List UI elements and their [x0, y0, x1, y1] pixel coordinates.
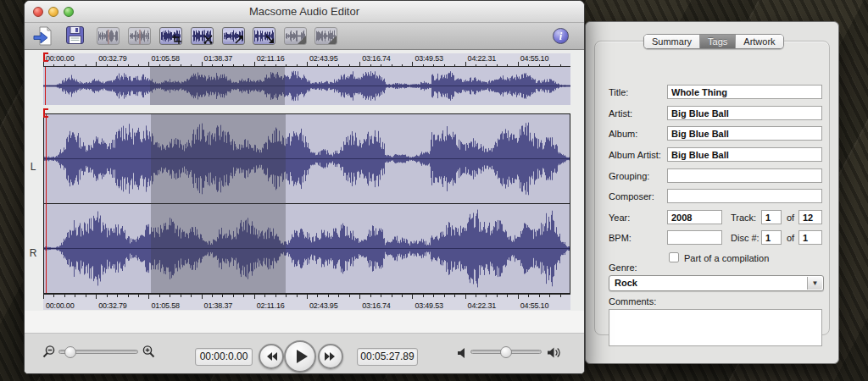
minor-tick [476, 64, 476, 67]
minor-tick [170, 295, 170, 297]
right-channel-label: R [25, 247, 42, 259]
timeline-tick-label: 02:43.95 [309, 301, 337, 310]
minor-tick [264, 295, 265, 297]
cut-selection-button[interactable] [191, 27, 214, 45]
bpm-field[interactable] [667, 230, 722, 245]
major-tick [359, 295, 360, 299]
title-bar[interactable]: Macsome Audio Editor [25, 1, 584, 23]
shrink-selection-button[interactable] [253, 27, 275, 45]
tab-artwork[interactable]: Artwork [736, 35, 782, 48]
playhead[interactable] [46, 114, 47, 293]
timeline-tick-label: 03:49.53 [415, 54, 442, 63]
composer-field[interactable] [667, 189, 822, 203]
disc-of-label: of [787, 233, 794, 243]
minor-tick [328, 64, 329, 67]
major-tick [96, 295, 97, 299]
artist-field[interactable] [667, 106, 822, 120]
zoom-selection-button[interactable] [222, 27, 245, 45]
minor-tick [275, 295, 276, 297]
zoom-slider[interactable] [58, 350, 138, 354]
comments-field[interactable] [609, 309, 822, 346]
comments-label: Comments: [609, 296, 656, 306]
minor-tick [233, 295, 234, 297]
artist-label: Artist: [609, 108, 632, 119]
forward-button[interactable] [318, 344, 343, 369]
left-channel-canvas[interactable] [44, 114, 570, 203]
toolbar: i [25, 23, 584, 50]
info-button[interactable]: i [553, 28, 569, 44]
rewind-button[interactable] [259, 344, 284, 369]
major-tick [518, 62, 519, 66]
grouping-field[interactable] [667, 168, 822, 183]
open-button[interactable] [33, 25, 55, 46]
minor-tick [128, 64, 129, 67]
major-tick [254, 295, 255, 299]
tag-editor-dialog: Summary Tags Artwork Title: Artist: Albu… [585, 21, 839, 364]
timeline-tick-label: 04:55.10 [520, 301, 548, 310]
disc-total-field[interactable] [798, 230, 822, 245]
waveform-tool-7-button [284, 27, 307, 45]
tab-tags[interactable]: Tags [700, 35, 736, 48]
waveform-tool-1-button [97, 27, 120, 45]
tag-panel: Summary Tags Artwork Title: Artist: Albu… [594, 41, 830, 335]
playhead-marker-icon[interactable] [43, 108, 48, 118]
playhead[interactable] [45, 67, 46, 105]
transport-bar: 00:00:0.00 00:05:27.89 [25, 333, 584, 374]
major-tick [359, 62, 360, 66]
year-field[interactable] [667, 210, 722, 224]
minor-tick [349, 295, 350, 297]
major-tick [96, 62, 97, 66]
editor-window: Macsome Audio Editor i 00:00.0000:32.790… [24, 0, 585, 374]
album-field[interactable] [667, 126, 822, 141]
timeline-tick-label: 01:05.58 [151, 54, 179, 63]
volume-low-icon[interactable] [457, 347, 467, 362]
waveform-tool-2-button [128, 27, 151, 45]
minor-tick [117, 64, 118, 67]
volume-slider-thumb[interactable] [500, 346, 512, 358]
major-tick [148, 62, 149, 66]
timeline-tick-label: 04:55.10 [520, 54, 548, 63]
save-button[interactable] [65, 25, 87, 46]
selection-region[interactable] [151, 114, 286, 293]
year-label: Year: [609, 213, 630, 223]
compilation-checkbox[interactable] [669, 252, 679, 262]
minor-tick [191, 64, 192, 67]
stereo-waveform[interactable] [43, 113, 570, 294]
track-total-field[interactable] [798, 210, 822, 224]
tab-summary[interactable]: Summary [644, 35, 700, 48]
play-button[interactable] [284, 340, 316, 373]
minor-tick [486, 295, 487, 297]
overview-waveform-canvas[interactable] [43, 67, 570, 105]
minor-tick [181, 295, 181, 297]
major-tick [43, 62, 44, 66]
minor-tick [528, 64, 529, 67]
disc-number-field[interactable] [761, 230, 782, 245]
major-tick [43, 295, 44, 299]
minor-tick [128, 295, 129, 297]
minor-tick [507, 64, 508, 67]
selection-region[interactable] [150, 67, 285, 105]
crop-selection-button[interactable] [159, 27, 182, 45]
genre-dropdown[interactable]: Rock ▼ [609, 275, 824, 291]
minor-tick [560, 64, 561, 67]
right-channel-canvas[interactable] [44, 204, 570, 293]
chevron-down-icon[interactable]: ▼ [807, 277, 822, 290]
volume-slider[interactable] [470, 350, 542, 354]
title-field[interactable] [667, 85, 822, 99]
minor-tick [86, 295, 86, 297]
major-tick [148, 295, 149, 299]
playhead-marker-icon[interactable] [43, 52, 48, 62]
minor-tick [170, 64, 170, 67]
volume-high-icon[interactable] [547, 346, 561, 362]
minor-tick [191, 295, 192, 297]
minor-tick [297, 64, 298, 67]
major-tick [412, 62, 413, 66]
track-number-field[interactable] [761, 210, 782, 224]
zoom-slider-thumb[interactable] [64, 346, 76, 358]
album-artist-field[interactable] [667, 147, 822, 162]
zoom-out-icon[interactable] [42, 345, 56, 362]
zoom-in-icon[interactable] [142, 345, 156, 362]
overview-waveform[interactable] [43, 67, 570, 105]
left-channel-label: L [25, 161, 42, 173]
major-tick [254, 62, 255, 66]
